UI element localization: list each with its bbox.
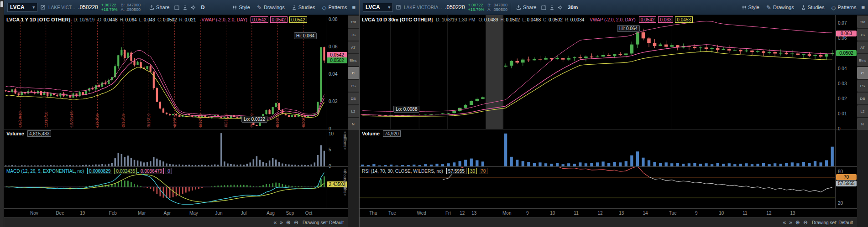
volume-panel[interactable]: Volume 74,920	[360, 129, 835, 166]
menu-icon[interactable]: ≡	[861, 4, 865, 11]
ohlc-fields: O:0.0489H:0.0502L:0.0468C:0.0502R:0.0034	[478, 17, 586, 22]
expiration-marker-label: 3/15/19	[146, 114, 151, 127]
zoom-in-icon[interactable]: ⊕	[795, 219, 800, 226]
vwap-study-label[interactable]: VWAP (-2.0, 2.0, DAY)	[202, 17, 247, 22]
side-tab-ts[interactable]: TS	[857, 29, 868, 41]
collapsed-sidebar[interactable]	[0, 0, 4, 227]
chart-header: LVCA 1 Y 1D [OTC OTHER] D: 10/8/19 O:0.0…	[6, 16, 325, 23]
time-label: 9	[695, 211, 698, 216]
side-tab-trd[interactable]: Trd	[857, 16, 868, 28]
side-tab-c[interactable]: C	[348, 67, 359, 79]
indicator-values: 0.00608290.0024350.00364790	[87, 168, 174, 174]
pan-right-icon[interactable]: »	[280, 219, 283, 226]
drawing-set-label[interactable]: Drawing set: Default	[303, 220, 344, 225]
price-axis[interactable]: 0.080.060.040.0200.05420.0502 1050<milli…	[326, 15, 348, 208]
axis-tick: 20	[838, 201, 843, 206]
indicator-panel[interactable]: MACD (12, 26, 9, EXPONENTIAL, no) 0.0060…	[4, 166, 326, 208]
zoom-in-icon[interactable]: ⊕	[286, 219, 291, 226]
axis-tick: 0.04	[838, 66, 847, 71]
style-button[interactable]: Style	[230, 4, 252, 11]
vwap-value: 0.063	[658, 16, 673, 23]
studies-button[interactable]: Studies	[290, 4, 317, 11]
status-icons: «»⊕⊖	[783, 219, 808, 226]
pan-right-icon[interactable]: »	[789, 219, 792, 226]
time-label: 13	[619, 211, 624, 216]
status-icons: «»⊕⊖	[273, 219, 298, 226]
detach-icon[interactable]	[396, 5, 401, 10]
indicator-label[interactable]: MACD (12, 26, 9, EXPONENTIAL, no)	[6, 169, 84, 174]
flask-icon[interactable]	[549, 5, 554, 10]
patterns-button[interactable]: ◇Patterns	[829, 3, 858, 12]
timeframe-button[interactable]: D	[199, 4, 206, 11]
pan-left-icon[interactable]: «	[273, 219, 277, 226]
price-chart[interactable]: 10/19/1811/16/1812/21/181/18/192/15/193/…	[4, 15, 326, 129]
vwap-value: 0.0453	[675, 16, 693, 23]
side-tab-l2[interactable]: L2	[348, 105, 359, 117]
share-button[interactable]: Share	[147, 4, 171, 11]
time-axis[interactable]: ThuTueWedFri1213Mon91011121314Tue9101112…	[360, 208, 857, 217]
zoom-out-icon[interactable]: ⊖	[803, 219, 808, 226]
patterns-button[interactable]: ◇Patterns	[320, 3, 349, 12]
zoom-out-icon[interactable]: ⊖	[294, 219, 298, 226]
hi-annotation: Hi: 0.064	[617, 25, 640, 32]
side-tab-at[interactable]: AT	[857, 41, 868, 53]
time-label: Dec	[56, 211, 64, 216]
timeframe-button[interactable]: 30m	[566, 4, 580, 11]
drawing-set-label[interactable]: Drawing set: Default	[812, 220, 853, 225]
side-tab-ts[interactable]: TS	[348, 29, 359, 41]
volume-header: Volume 4,815,483	[6, 130, 53, 137]
gear-icon[interactable]	[558, 5, 563, 10]
axis-tick: 5	[329, 147, 331, 152]
chevron-down-icon: ▾	[32, 5, 35, 10]
gear-icon[interactable]	[191, 5, 196, 10]
chart-body: 10/19/1811/16/1812/21/181/18/192/15/193/…	[4, 15, 359, 227]
calendar-icon[interactable]	[541, 5, 546, 10]
ohlc-field: C:0.0502	[157, 17, 177, 22]
side-tab-n[interactable]: N	[348, 118, 359, 130]
side-tab-ps[interactable]: PS	[857, 80, 868, 92]
pan-left-icon[interactable]: «	[783, 219, 786, 226]
side-tab-ps[interactable]: PS	[348, 80, 359, 92]
ohlc-field: L:0.043	[139, 17, 155, 22]
volume-panel[interactable]: Volume 4,815,483	[4, 129, 326, 166]
side-tab-db[interactable]: DB	[348, 93, 359, 104]
detach-icon[interactable]	[41, 5, 45, 10]
side-tab-trd[interactable]: Trd	[348, 16, 359, 28]
side-tab-btns[interactable]: Btns	[857, 54, 868, 66]
bar-date: D: 10/8/19	[73, 17, 94, 22]
indicator-panel[interactable]: RSI (14, 70, 30, CLOSE, WILDERS, no) 57.…	[360, 166, 835, 208]
price-chart[interactable]: LVCA 10 D 30m [OTC OTHER] D: 10/8/19 1:3…	[360, 15, 835, 129]
style-button[interactable]: Style	[740, 4, 761, 11]
symbol-input[interactable]: LVCA ▾	[7, 3, 37, 12]
flask-icon[interactable]	[183, 5, 188, 10]
indicator-label[interactable]: RSI (14, 70, 30, CLOSE, WILDERS, no)	[362, 169, 443, 174]
side-tab-c[interactable]: C	[857, 67, 868, 79]
calendar-icon[interactable]	[174, 5, 179, 10]
time-axis[interactable]: NovDec19FebMarAprMayJunJulAugSepOct	[4, 208, 348, 217]
side-tab-at[interactable]: AT	[348, 41, 359, 53]
indicator-unit-label: <thousandths>	[343, 169, 347, 196]
symbol-input[interactable]: LVCA ▾	[363, 3, 393, 12]
side-tab-n[interactable]: N	[857, 118, 868, 130]
chart-style-icon	[742, 5, 747, 10]
drawings-button[interactable]: ✎Drawings	[764, 3, 796, 12]
vwap-study-label[interactable]: VWAP (-2.0, 2.0, DAY)	[590, 17, 635, 22]
side-tab-btns[interactable]: Btns	[348, 54, 359, 66]
time-label: Tue	[388, 211, 396, 216]
side-tab-l2[interactable]: L2	[857, 105, 868, 117]
axis-tick: 0.07	[838, 21, 847, 26]
drawings-button[interactable]: ✎Drawings	[255, 3, 287, 12]
expiration-marker-label: 12/21/18	[69, 111, 74, 127]
expiration-marker-label: 11/16/18	[44, 112, 48, 127]
share-button[interactable]: Share	[514, 4, 538, 11]
side-tab-db[interactable]: DB	[857, 93, 868, 104]
menu-icon[interactable]: ≡	[352, 4, 356, 11]
time-label: May	[189, 211, 198, 216]
price-change: +.00722+16.79%	[468, 3, 485, 12]
sidebar-toggle[interactable]	[0, 1, 3, 7]
time-label: 19	[80, 211, 85, 216]
time-label: Thu	[369, 211, 377, 216]
axis-tick: 0.02	[329, 99, 337, 104]
price-axis[interactable]: 0.070.060.050.040.030.020.0100.0630.0502…	[835, 15, 857, 208]
studies-button[interactable]: Studies	[799, 4, 826, 11]
